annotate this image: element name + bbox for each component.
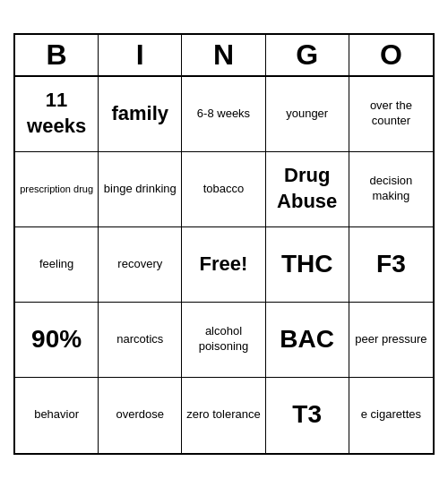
bingo-cell[interactable]: alcohol poisoning [182,303,265,378]
bingo-cell[interactable]: narcotics [99,303,182,378]
bingo-cell[interactable]: T3 [266,378,349,453]
header-letter: B [15,35,99,75]
bingo-cell[interactable]: F3 [349,227,433,303]
header-letter: O [349,35,433,75]
bingo-cell[interactable]: tobacco [182,152,265,227]
header-letter: I [99,35,182,75]
bingo-card: BINGO 11 weeksfamily6-8 weeksyoungerover… [13,33,435,455]
bingo-cell[interactable]: prescription drug [15,152,99,227]
bingo-cell[interactable]: 6-8 weeks [182,77,265,152]
bingo-cell[interactable]: e cigarettes [349,378,433,453]
bingo-cell[interactable]: family [99,77,182,152]
bingo-cell[interactable]: 90% [15,303,99,378]
bingo-grid: 11 weeksfamily6-8 weeksyoungerover the c… [15,77,433,453]
bingo-cell[interactable]: Drug Abuse [266,152,349,227]
bingo-header: BINGO [15,35,433,77]
bingo-cell[interactable]: decision making [349,152,433,227]
header-letter: G [266,35,349,75]
bingo-cell[interactable]: behavior [15,378,99,453]
bingo-cell[interactable]: peer pressure [349,303,433,378]
bingo-cell[interactable]: recovery [99,227,182,303]
bingo-cell[interactable]: BAC [266,303,349,378]
header-letter: N [182,35,265,75]
bingo-cell[interactable]: over the counter [349,77,433,152]
bingo-cell[interactable]: 11 weeks [15,77,99,152]
bingo-cell[interactable]: zero tolerance [182,378,265,453]
bingo-cell[interactable]: Free! [182,227,265,303]
bingo-cell[interactable]: binge drinking [99,152,182,227]
bingo-cell[interactable]: THC [266,227,349,303]
bingo-cell[interactable]: overdose [99,378,182,453]
bingo-cell[interactable]: younger [266,77,349,152]
bingo-cell[interactable]: feeling [15,227,99,303]
